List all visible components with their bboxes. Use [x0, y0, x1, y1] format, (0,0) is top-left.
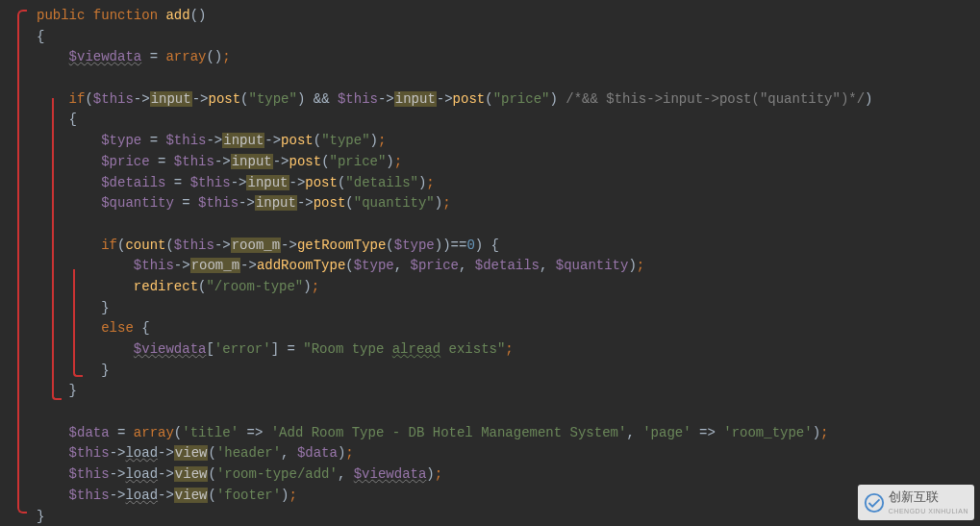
method-view: view — [174, 445, 209, 461]
line-if-cond: if($this->input->post("type") && $this->… — [37, 89, 980, 111]
comment: /*&& $this->input->post("quantity")*/ — [565, 91, 865, 107]
keyword-else: else — [101, 320, 134, 336]
prop-room-m: room_m — [231, 238, 281, 253]
line-load-footer: $this->load->view('footer'); — [37, 486, 980, 507]
fn-redirect: redirect — [134, 279, 198, 294]
line-assign-details: $details = $this->input->post("details")… — [37, 173, 980, 194]
line-blank — [37, 402, 980, 423]
line-load-header: $this->load->view('header', $data); — [37, 443, 980, 464]
watermark-text: 创新互联 — [889, 488, 968, 507]
line-brace-open: { — [37, 27, 980, 48]
code-editor: public function add() { $viewdata = arra… — [0, 0, 980, 526]
line-load-add: $this->load->view('room-type/add', $view… — [37, 464, 980, 486]
line-if-count: if(count($this->room_m->getRoomType($typ… — [37, 236, 980, 257]
line-blank — [37, 68, 980, 89]
line-viewdata-init: $viewdata = array(); — [37, 47, 980, 68]
method-addroomtype: addRoomType — [257, 258, 345, 273]
line-brace-close: } — [37, 507, 980, 527]
line-assign-quantity: $quantity = $this->input->post("quantity… — [37, 193, 980, 214]
function-name: add — [165, 8, 189, 23]
keyword-array: array — [165, 49, 206, 64]
line-else: else { — [37, 318, 980, 339]
prop-input: input — [150, 91, 192, 107]
var-viewdata: $viewdata — [69, 49, 142, 64]
line-redirect: redirect("/room-type"); — [37, 277, 980, 298]
watermark: 创新互联 CHENGDU XINHULIAN — [858, 485, 974, 520]
keyword-function: function — [93, 8, 158, 23]
line-brace: } — [37, 381, 980, 402]
line-data-array: $data = array('title' => 'Add Room Type … — [37, 423, 980, 444]
line-fn-decl: public function add() — [37, 6, 980, 27]
var-type: $type — [101, 133, 141, 148]
var-data: $data — [69, 425, 110, 440]
var-quantity: $quantity — [101, 195, 174, 211]
method-getroomtype: getRoomType — [297, 238, 386, 253]
line-assign-price: $price = $this->input->post("price"); — [37, 152, 980, 173]
line-assign-type: $type = $this->input->post("type"); — [37, 131, 980, 152]
prop-load: load — [125, 445, 158, 461]
line-error-assign: $viewdata['error'] = "Room type alread e… — [37, 339, 980, 361]
line-addroomtype: $this->room_m->addRoomType($type, $price… — [37, 256, 980, 277]
line-brace: { — [37, 110, 980, 131]
num-zero: 0 — [466, 238, 474, 253]
line-brace: } — [37, 298, 980, 319]
keyword-public: public — [37, 8, 85, 23]
svg-point-0 — [866, 493, 883, 511]
line-blank — [37, 214, 980, 236]
line-brace: } — [37, 361, 980, 382]
fn-count: count — [125, 238, 165, 253]
parens: () — [190, 8, 207, 23]
typo-alread: alread — [392, 341, 440, 357]
logo-icon — [864, 492, 885, 513]
prop-input: input — [394, 91, 437, 107]
keyword-if: if — [69, 91, 86, 107]
watermark-sub: CHENGDU XINHULIAN — [889, 507, 968, 517]
var-details: $details — [101, 175, 165, 190]
var-price: $price — [101, 154, 149, 169]
